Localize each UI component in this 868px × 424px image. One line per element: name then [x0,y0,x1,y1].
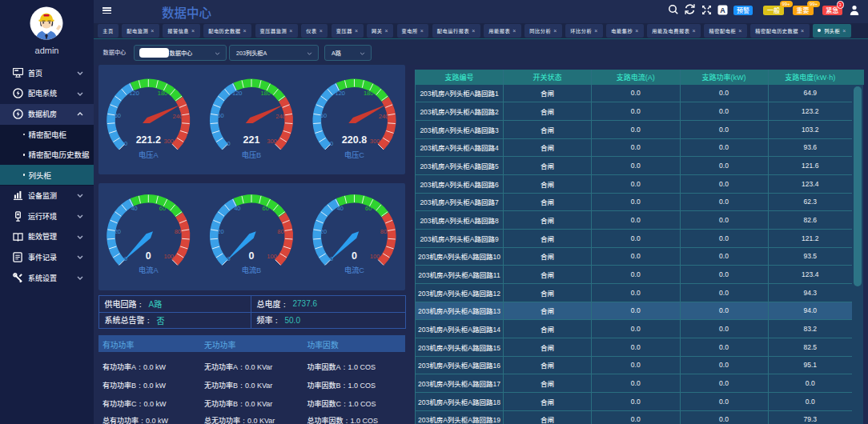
svg-text:240: 240 [172,113,183,120]
svg-text:60: 60 [365,205,372,212]
svg-text:221: 221 [243,134,259,146]
svg-text:电压A: 电压A [139,150,159,159]
svg-text:40: 40 [336,205,343,212]
svg-text:120: 120 [335,90,345,97]
svg-text:60: 60 [159,205,165,212]
svg-text:20: 20 [114,227,120,234]
svg-text:220.8: 220.8 [341,134,366,146]
svg-text:100: 100 [267,253,277,260]
svg-text:100: 100 [369,253,380,260]
svg-text:60: 60 [262,205,268,212]
svg-text:电流C: 电流C [344,266,364,274]
svg-text:0: 0 [330,140,333,147]
svg-text:电流B: 电流B [241,266,261,274]
svg-text:电压B: 电压B [241,150,261,159]
svg-text:120: 120 [232,90,243,97]
svg-text:100: 100 [163,253,174,260]
svg-text:40: 40 [131,205,137,212]
svg-text:120: 120 [129,90,139,97]
svg-text:80: 80 [174,228,180,235]
svg-text:300: 300 [267,138,277,145]
svg-text:300: 300 [369,138,380,145]
svg-text:80: 80 [277,228,283,235]
svg-text:240: 240 [378,113,388,120]
svg-text:180: 180 [363,90,373,97]
svg-text:80: 80 [380,228,386,235]
svg-text:20: 20 [217,227,223,234]
svg-text:A: A [720,6,725,14]
svg-text:40: 40 [234,205,240,212]
svg-text:300: 300 [163,138,174,145]
svg-text:电压C: 电压C [344,150,364,159]
svg-text:180: 180 [260,90,271,97]
svg-text:240: 240 [275,113,286,120]
svg-text:电流A: 电流A [139,266,159,274]
svg-text:60: 60 [114,112,120,119]
svg-text:221.2: 221.2 [135,134,160,146]
svg-text:20: 20 [319,227,326,234]
svg-text:60: 60 [319,112,326,119]
svg-text:0: 0 [352,250,357,261]
svg-text:60: 60 [217,112,223,119]
svg-text:0: 0 [248,250,254,261]
svg-text:0: 0 [227,140,230,147]
svg-text:0: 0 [123,140,127,147]
svg-text:0: 0 [145,250,151,261]
svg-text:180: 180 [157,90,167,97]
